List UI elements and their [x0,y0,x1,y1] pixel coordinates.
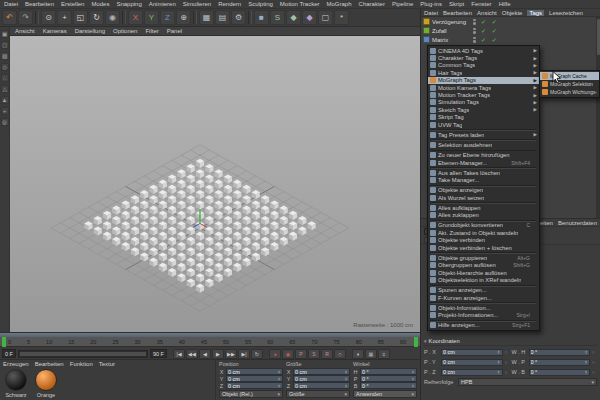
menubar-item[interactable]: Hilfe [499,1,511,7]
texture-mode-icon[interactable]: ▨ [1,52,9,60]
enable-axis-icon[interactable]: + [1,107,9,115]
menu-item[interactable]: Objekte anzeigen [428,187,539,194]
animation-dot[interactable] [592,359,597,365]
menu-item[interactable]: Akt. Zustand in Objekt wandeln [428,229,539,236]
timeline-scrollbar[interactable] [18,350,148,358]
edges-mode-icon[interactable]: △ [1,85,9,93]
undo-icon[interactable]: ↶ [2,10,17,25]
object-manager-menu-item[interactable]: Lesezeichen [549,10,583,16]
value-field[interactable]: 0 cm [441,369,503,376]
value-field[interactable]: 0 ° [529,359,591,366]
menu-item[interactable]: Alles aufklappen [428,204,539,211]
material-menu-item[interactable]: Erzeugen [3,361,29,367]
stepper-icon[interactable] [277,384,281,388]
object-manager-menu-item[interactable]: Datei [424,10,438,16]
stepper-icon[interactable] [277,377,281,381]
menu-item[interactable]: Objekte verbinden + löschen [428,244,539,251]
value-field[interactable]: 0 cm [441,359,503,366]
stepper-icon[interactable] [497,370,501,374]
menu-item[interactable] [428,301,539,304]
menubar-item[interactable]: Motion Tracker [280,1,320,7]
spline-pen-icon[interactable]: S [270,10,285,25]
menu-item[interactable] [428,319,539,322]
start-frame-field[interactable]: 0 F [2,349,16,358]
stepper-icon[interactable] [584,350,588,354]
menubar-item[interactable]: MoGraph [327,1,352,7]
timeline-button[interactable]: ▦ [365,349,377,359]
menu-item[interactable] [428,201,539,204]
material-menu-item[interactable]: Funktion [70,361,93,367]
menu-item[interactable] [428,184,539,187]
add-cube-icon[interactable]: ■ [254,10,269,25]
menu-item[interactable]: Take Manager... [428,176,539,183]
menubar-item[interactable]: Modes [91,1,109,7]
animation-palette-button[interactable]: ≡ [378,349,390,359]
animation-dot[interactable] [592,349,597,355]
menu-item[interactable]: Objekte verbinden [428,237,539,244]
menu-item[interactable]: Skript Tag [428,114,539,121]
move-tool-icon[interactable]: + [57,10,72,25]
menubar-item[interactable]: Erstellen [61,1,84,7]
menu-item[interactable]: Alles zuklappen [428,212,539,219]
timeline-ruler[interactable]: 051015202530354045505560657075808590 [0,337,420,347]
menu-item[interactable]: Obergruppen auflösen Shift+G [428,262,539,269]
toolbar-separator[interactable] [35,11,39,24]
current-frame-marker[interactable] [2,337,6,347]
record-scale-button[interactable]: S [308,349,320,359]
section-header[interactable]: Koordinaten [424,337,597,346]
material-sphere[interactable] [5,369,27,391]
coordinate-value-field[interactable]: 0 cm [226,368,283,375]
menubar-item[interactable]: Simulieren [183,1,211,7]
submenu-item[interactable]: MoGraph Selektion [540,80,599,88]
goto-start-button[interactable]: |◀ [173,349,185,359]
coordinate-value-field[interactable]: 0 cm [226,382,283,389]
play-mode-button[interactable]: ↻ [251,349,263,359]
menu-item[interactable]: Als Wurzel setzen [428,194,539,201]
menu-item[interactable]: Common Tags ▶ [428,62,539,69]
record-parameter-button[interactable]: ◇ [334,349,346,359]
menu-item[interactable]: Objektselektion in XRef wandeln [428,276,539,283]
object-manager-menu-item[interactable]: Bearbeiten [443,10,472,16]
last-tool-icon[interactable]: ◉ [105,10,120,25]
menu-item[interactable] [428,166,539,169]
menu-item[interactable] [428,138,539,141]
menubar-item[interactable]: Rendern [218,1,241,7]
coordinate-value-field[interactable]: 0 ° [360,382,417,389]
range-end-marker[interactable] [414,337,418,347]
menu-item[interactable]: Tag Presets laden ▶ [428,131,539,138]
menu-item[interactable]: Ebenen-Manager... Shift+F4 [428,159,539,166]
object-manager-scrollbar[interactable] [596,17,600,218]
render-picture-viewer-icon[interactable]: ▤ [215,10,230,25]
stepper-icon[interactable] [584,370,588,374]
z-axis-lock-ic[interactable]: Z [160,10,175,25]
object-manager-menu-item[interactable]: Objekte [502,10,523,16]
viewport-menu-item[interactable]: Ansicht [15,28,35,34]
object-manager-menu-item[interactable]: Ansicht [477,10,497,16]
toolbar-separator[interactable] [248,11,252,24]
object-row[interactable]: Zufall ✓ ✓ [421,26,600,35]
menu-item[interactable]: Simulation Tags ▶ [428,99,539,106]
menu-item[interactable] [428,284,539,287]
autokeying-button[interactable]: ◉ [282,349,294,359]
coordinate-mode-dropdown[interactable]: Größe [286,390,350,398]
workplane-mode-icon[interactable]: ◇ [1,63,9,71]
timeline-scrollbar-thumb[interactable] [20,352,146,356]
menu-item[interactable]: Spuren anzeigen... [428,287,539,294]
stepper-icon[interactable] [411,384,415,388]
viewport[interactable]: Rasterweite : 1000 cm [10,36,420,332]
keyframe-selection-button[interactable]: ♦ [352,349,364,359]
animation-dot[interactable] [505,369,510,375]
stepper-icon[interactable] [344,370,348,374]
material-sphere[interactable] [35,369,57,391]
attribute-menu-item[interactable]: Benutzerdaten [558,220,597,226]
menu-item[interactable]: Hilfe anzeigen... Strg+F1 [428,322,539,329]
menu-item[interactable]: F-Kurven anzeigen... [428,294,539,301]
viewport-menu-item[interactable]: Filter [145,28,158,34]
stepper-icon[interactable] [497,360,501,364]
record-rotation-button[interactable]: R [321,349,333,359]
scale-tool-icon[interactable]: ◱ [73,10,88,25]
previous-frame-button[interactable]: ◀ [199,349,211,359]
menu-item[interactable] [428,219,539,222]
material-item[interactable]: Schwarz [3,369,29,398]
render-view-icon[interactable]: ▦ [199,10,214,25]
